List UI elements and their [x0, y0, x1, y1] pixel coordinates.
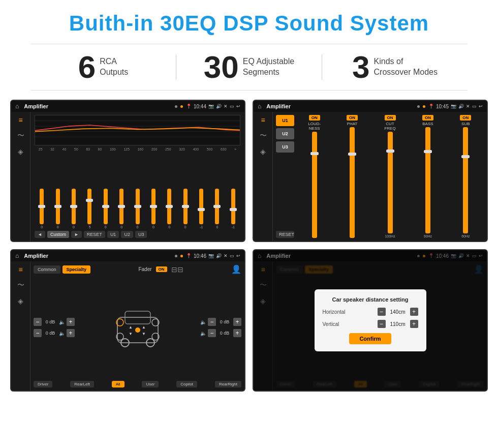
stat-rca: 6 RCAOutputs	[30, 51, 176, 83]
eq-chart	[35, 115, 240, 145]
crossover-status-bar: ⌂ Amplifier 📍 10:45 📷 🔊 ✕ ▭ ↩	[254, 101, 487, 112]
crossover-sidebar-icon-3[interactable]: ◈	[260, 147, 266, 156]
fader-app-name: Amplifier	[24, 253, 172, 259]
plus-btn-4[interactable]: +	[233, 329, 241, 337]
rearright-btn[interactable]: RearRight	[215, 381, 241, 387]
eq-sidebar-icon-3[interactable]: ◈	[18, 147, 23, 156]
fader-time: 10:46	[194, 253, 206, 259]
eq-sidebar-icon-1[interactable]: ≡	[18, 116, 22, 124]
stat-number-crossover: 3	[352, 51, 369, 83]
back-icon: ↩	[236, 104, 240, 109]
u1-preset[interactable]: U1	[276, 115, 294, 126]
confirm-button[interactable]: Confirm	[349, 333, 391, 344]
status-dot-3	[417, 105, 420, 108]
rearleft-btn[interactable]: RearLeft	[70, 381, 94, 387]
vertical-val: 110cm	[388, 321, 408, 327]
vertical-plus[interactable]: +	[410, 320, 418, 328]
minus-btn-3[interactable]: −	[208, 318, 216, 326]
screen-crossover: ⌂ Amplifier 📍 10:45 📷 🔊 ✕ ▭ ↩ ≡ 〜 ◈	[253, 100, 488, 242]
svg-text:▲: ▲	[129, 325, 133, 330]
slider-6: 0	[114, 189, 129, 229]
prev-button[interactable]: ◄	[35, 231, 45, 238]
common-button[interactable]: Common	[34, 265, 60, 274]
eq-sidebar-icon-2[interactable]: 〜	[17, 131, 24, 140]
status-dot-6	[180, 255, 183, 257]
status-icons-eq: 📍 10:44 📷 🔊 ✕ ▭ ↩	[186, 104, 240, 109]
minus-btn-1[interactable]: −	[34, 318, 42, 326]
svg-text:▲: ▲	[142, 325, 146, 330]
plus-btn-3[interactable]: +	[233, 318, 241, 326]
fader-sidebar-icon-1[interactable]: ≡	[18, 265, 22, 274]
volume-icon-3: 🔊	[216, 253, 222, 258]
horizontal-val: 140cm	[388, 309, 408, 315]
screens-grid: ⌂ Amplifier 📍 10:44 📷 🔊 ✕ ▭ ↩ ≡ 〜 ◈	[0, 100, 498, 392]
horizontal-label: Horizontal	[323, 309, 375, 315]
u3-preset[interactable]: U3	[276, 141, 294, 153]
copilot-btn[interactable]: Copilot	[176, 381, 197, 387]
speaker-icon-1: 🔈	[59, 319, 65, 325]
db-val-1: 0 dB	[43, 319, 57, 324]
svg-point-13	[135, 327, 140, 333]
stat-text-crossover: Kinds ofCrossover Modes	[374, 56, 438, 78]
u3-button[interactable]: U3	[135, 231, 147, 238]
phat-channel: ON PHAT	[334, 115, 370, 238]
car-diagram: ▲ ▲ ▼ ▼	[78, 276, 197, 379]
driver-btn[interactable]: Driver	[34, 381, 52, 387]
custom-button[interactable]: Custom	[47, 231, 69, 238]
reset-button[interactable]: RESET	[84, 231, 105, 238]
slider-3: 0	[67, 189, 81, 229]
u2-preset[interactable]: U2	[276, 128, 294, 139]
db-control-3: 🔈 − 0 dB +	[200, 318, 241, 326]
fader-sidebar-icon-3[interactable]: ◈	[18, 297, 23, 305]
slider-8: 0	[146, 189, 161, 229]
vertical-minus[interactable]: −	[378, 320, 386, 328]
screen-fader: ⌂ Amplifier 📍 10:46 📷 🔊 ✕ ▭ ↩ ≡ 〜 ◈	[10, 249, 245, 392]
crossover-time: 10:45	[436, 104, 449, 109]
specialty-button[interactable]: Specialty	[63, 265, 91, 274]
db-val-4: 0 dB	[217, 331, 232, 336]
plus-btn-2[interactable]: +	[67, 329, 75, 337]
stat-text-eq: EQ AdjustableSegments	[243, 56, 294, 78]
slider-5: 0	[99, 189, 113, 229]
plus-btn-1[interactable]: +	[67, 318, 75, 326]
camera-icon: 📷	[208, 104, 214, 109]
all-btn[interactable]: All	[112, 381, 124, 387]
slider-9: 0	[162, 189, 176, 229]
fader-bottom-labels: Driver RearLeft All User Copilot RearRig…	[34, 381, 241, 387]
crossover-sidebar-icon-2[interactable]: 〜	[260, 131, 267, 140]
crossover-left-sidebar: ≡ 〜 ◈	[254, 112, 273, 241]
x-icon-2: ✕	[466, 104, 470, 109]
battery-icon: ▭	[230, 104, 234, 109]
slider-1: 0	[35, 189, 49, 229]
slider-12: 0	[210, 189, 224, 229]
minus-btn-2[interactable]: −	[34, 329, 42, 337]
stat-number-rca: 6	[78, 51, 96, 83]
sub-channel: ON SUB 60Hz	[448, 115, 484, 238]
u1-button[interactable]: U1	[107, 231, 119, 238]
stat-crossover: 3 Kinds ofCrossover Modes	[322, 51, 468, 83]
slider-10: 0	[178, 189, 193, 229]
horizontal-plus[interactable]: +	[410, 308, 418, 316]
x-icon-3: ✕	[224, 253, 228, 258]
horizontal-minus[interactable]: −	[378, 308, 386, 316]
speaker-icon-4: 🔈	[200, 331, 206, 336]
slider-4: 5	[82, 189, 97, 229]
speaker-icon-2: 🔈	[59, 331, 65, 336]
crossover-reset[interactable]: RESET	[276, 231, 294, 238]
fader-top-bar: Common Specialty Fader ON ⊟⊟ 👤	[34, 264, 241, 274]
screen-dialog: ⌂ Amplifier 📍 10:46 📷 🔊 ✕ ▭ ↩ ≡ 〜 ◈	[253, 249, 488, 392]
play-button[interactable]: ►	[71, 231, 82, 238]
eq-app-name: Amplifier	[24, 103, 172, 109]
minus-btn-4[interactable]: −	[208, 329, 216, 337]
u2-button[interactable]: U2	[121, 231, 133, 238]
volume-icon: 🔊	[216, 104, 222, 109]
eq-graph	[35, 115, 240, 145]
svg-text:▼: ▼	[142, 332, 146, 336]
user-btn[interactable]: User	[142, 381, 159, 387]
fader-sidebar-icon-2[interactable]: 〜	[17, 281, 24, 290]
fader-status-bar: ⌂ Amplifier 📍 10:46 📷 🔊 ✕ ▭ ↩	[11, 250, 244, 261]
left-db-controls: − 0 dB 🔈 + − 0 dB 🔈 +	[34, 276, 75, 379]
crossover-sidebar-icon-1[interactable]: ≡	[261, 116, 265, 124]
screen-eq: ⌂ Amplifier 📍 10:44 📷 🔊 ✕ ▭ ↩ ≡ 〜 ◈	[10, 100, 245, 242]
fader-left-sidebar: ≡ 〜 ◈	[11, 261, 30, 391]
